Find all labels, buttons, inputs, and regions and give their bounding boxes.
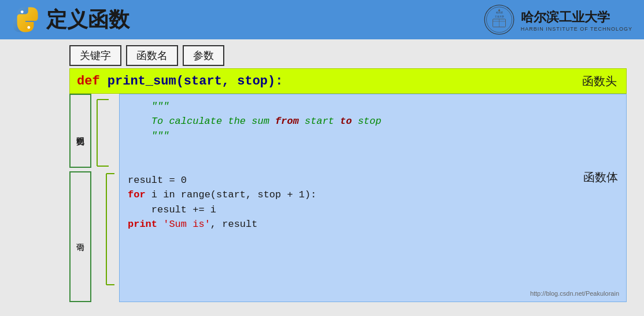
code-print-stmt: print 'Sum is', result <box>128 217 618 232</box>
svg-point-0 <box>21 10 24 13</box>
code-body: """ To calculate the sum from start to s… <box>119 94 627 302</box>
code-result-init: result = 0 <box>128 173 618 188</box>
university-name: 哈尔滨工业大学 HARBIN INSTITUTE OF TECHNOLOGY <box>521 8 632 31</box>
keyword-label: 关键字 <box>69 45 121 66</box>
func-name-code: print_sum <box>108 74 176 89</box>
funcname-label: 函数名 <box>126 45 178 66</box>
svg-point-1 <box>27 26 30 29</box>
docstring-annotation: 说明文档 <box>69 94 91 168</box>
code-docstring-open: """ <box>128 99 618 114</box>
code-blank2 <box>128 158 618 173</box>
university-seal-icon: 哈尔滨 工业大学 <box>483 4 515 36</box>
func-params-code: (start, stop): <box>176 74 283 89</box>
header: 定义函数 哈尔滨 工业大学 哈尔滨工业大学 HARBIN INSTITUTE O… <box>0 0 644 39</box>
func-head-label: 函数头 <box>582 74 617 89</box>
params-label: 参数 <box>183 45 224 66</box>
university-en-name: HARBIN INSTITUTE OF TECHNOLOGY <box>521 25 632 31</box>
code-blank1 <box>128 144 618 159</box>
svg-text:哈尔滨: 哈尔滨 <box>495 11 502 14</box>
func-head-bar: def print_sum(start, stop): 函数头 <box>69 68 627 94</box>
stmt-annotation: 语句 <box>69 171 91 302</box>
page-title: 定义函数 <box>46 6 129 34</box>
def-keyword: def <box>77 74 100 89</box>
university-branding: 哈尔滨 工业大学 哈尔滨工业大学 HARBIN INSTITUTE OF TEC… <box>483 4 632 36</box>
university-cn-name: 哈尔滨工业大学 <box>521 8 610 25</box>
code-for-loop: for i in range(start, stop + 1): <box>128 188 618 203</box>
bracket-svg-icon <box>91 94 119 302</box>
svg-text:工业大学: 工业大学 <box>494 15 504 18</box>
main-content: 关键字 函数名 参数 def print_sum(start, stop): 函… <box>0 39 644 308</box>
python-logo-icon <box>12 6 39 34</box>
code-docstring-body: To calculate the sum from start to stop <box>128 114 618 129</box>
code-result-add: result += i <box>128 203 618 218</box>
code-docstring-close: """ <box>128 128 618 144</box>
body-section: 说明文档 语句 """ To calculate t <box>69 94 627 302</box>
bracket-lines-area <box>91 94 119 302</box>
annotation-column: 说明文档 语句 <box>69 94 91 302</box>
labels-row: 关键字 函数名 参数 <box>69 45 627 66</box>
watermark-text: http://blog.csdn.net/Peakulorain <box>530 290 619 297</box>
func-body-label: 函数体 <box>583 170 618 227</box>
func-def-code: def print_sum(start, stop): <box>77 74 283 89</box>
